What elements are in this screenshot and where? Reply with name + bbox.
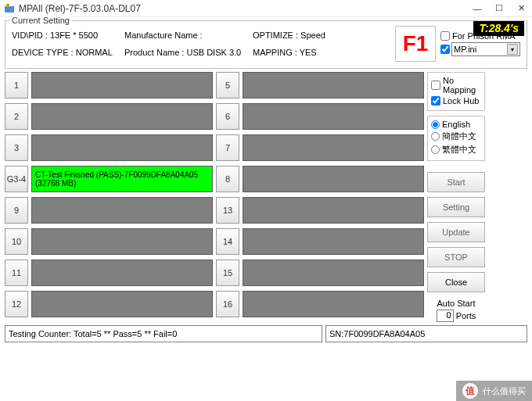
svg-rect-1 [6, 4, 9, 7]
no-mapping-checkbox[interactable]: No Mapping [431, 76, 481, 95]
slot-row: 15 [216, 260, 424, 286]
slot-button-13[interactable]: 13 [216, 197, 239, 224]
testing-counter-status: Testing Counter: Total=5 ** Pass=5 ** Fa… [5, 325, 322, 342]
slot-button-12[interactable]: 12 [5, 291, 28, 317]
slot-row: 9 [5, 197, 213, 224]
watermark: 值 什么值得买 [456, 381, 532, 401]
slot-row: 3 [5, 134, 213, 161]
update-button[interactable]: Update [427, 222, 485, 242]
slots-right-column: 567813141516 [216, 72, 424, 322]
slot-row: 11 [5, 260, 213, 286]
slot-button-G3-4[interactable]: G3-4 [5, 166, 28, 192]
slot-button-11[interactable]: 11 [5, 260, 28, 286]
current-setting-group: Current Setting VID\PID : 13FE * 5500 DE… [5, 20, 527, 69]
slot-status-1 [31, 72, 213, 98]
slot-row: 5 [216, 72, 424, 98]
slot-status-14 [243, 228, 424, 255]
slot-button-8[interactable]: 8 [216, 166, 239, 192]
slot-row: 14 [216, 228, 424, 255]
slot-status-5 [243, 72, 424, 98]
for-phison-checkbox[interactable]: For Phison RMA [440, 31, 520, 41]
slot-button-2[interactable]: 2 [5, 103, 28, 130]
slot-button-1[interactable]: 1 [5, 72, 28, 98]
watermark-icon: 值 [462, 383, 478, 399]
optimize-label: OPTIMIZE : Speed [253, 30, 331, 40]
slot-status-2 [31, 103, 213, 130]
stop-button[interactable]: STOP [427, 247, 485, 267]
slot-status-8 [243, 166, 424, 192]
slot-button-16[interactable]: 16 [216, 291, 239, 317]
slot-button-3[interactable]: 3 [5, 134, 28, 161]
app-icon [3, 2, 16, 15]
slot-status-12 [31, 291, 213, 317]
slot-button-9[interactable]: 9 [5, 197, 28, 224]
start-button[interactable]: Start [427, 172, 485, 192]
titlebar: MPAll (Rel)-7F-5.03.0A-DL07 — ☐ ✕ [0, 0, 532, 17]
f1-button[interactable]: F1 [395, 26, 436, 62]
lock-hub-checkbox[interactable]: Lock Hub [431, 96, 481, 106]
slot-status-6 [243, 103, 424, 130]
manufacture-name-label: Manufacture Name : [124, 30, 250, 40]
slot-status-11 [31, 260, 213, 286]
slots-left-column: 123G3-4CT-Test Finished (PASS)-7F0099DFA… [5, 72, 213, 322]
slot-button-5[interactable]: 5 [216, 72, 239, 98]
slot-status-9 [31, 197, 213, 224]
slot-status-10 [31, 228, 213, 255]
mapping-label: MAPPING : YES [253, 48, 331, 57]
close-app-button[interactable]: Close [427, 272, 485, 292]
slot-status-G3-4: CT-Test Finished (PASS)-7F0099DFA8A04A05… [31, 166, 213, 192]
slot-row: 1 [5, 72, 213, 98]
maximize-button[interactable]: ☐ [488, 0, 510, 17]
svg-rect-0 [5, 6, 14, 13]
mpini-checkbox[interactable] [440, 45, 450, 54]
slot-status-15 [243, 260, 424, 286]
slot-button-15[interactable]: 15 [216, 260, 239, 286]
ports-label: Ports [456, 311, 476, 320]
slot-row: 12 [5, 291, 213, 317]
slot-button-14[interactable]: 14 [216, 228, 239, 255]
chevron-down-icon[interactable]: ▾ [507, 44, 518, 55]
setting-button[interactable]: Setting [427, 197, 485, 217]
lang-tc-radio[interactable]: 繁體中文 [431, 144, 481, 156]
slot-button-7[interactable]: 7 [216, 134, 239, 161]
sn-status: SN:7F0099DFA8A04A05 [325, 325, 527, 342]
mpini-combo[interactable]: MP.ini ▾ [451, 42, 520, 56]
slot-status-3 [31, 134, 213, 161]
slot-button-10[interactable]: 10 [5, 228, 28, 255]
slot-status-7 [243, 134, 424, 161]
slot-row: 10 [5, 228, 213, 255]
auto-start-label: Auto Start [427, 299, 485, 308]
device-type-label: DEVICE TYPE : NORMAL [12, 48, 121, 57]
side-panel: No Mapping Lock Hub English 簡體中文 繁體中文 St… [427, 72, 485, 322]
product-name-label: Product Name : USB DISK 3.0 [124, 48, 250, 57]
slot-row: 13 [216, 197, 424, 224]
slot-row: 6 [216, 103, 424, 130]
ports-input[interactable]: 0 [437, 310, 454, 322]
slot-row: 8 [216, 166, 424, 192]
window-title: MPAll (Rel)-7F-5.03.0A-DL07 [19, 3, 466, 14]
slot-status-16 [243, 291, 424, 317]
current-setting-legend: Current Setting [10, 16, 71, 25]
slot-row: G3-4CT-Test Finished (PASS)-7F0099DFA8A0… [5, 166, 213, 192]
auto-start-group: Auto Start 0 Ports [427, 299, 485, 322]
slot-row: 7 [216, 134, 424, 161]
language-group: English 簡體中文 繁體中文 [427, 116, 485, 161]
vidpid-label: VID\PID : 13FE * 5500 [12, 30, 121, 40]
slot-button-6[interactable]: 6 [216, 103, 239, 130]
slot-row: 16 [216, 291, 424, 317]
lang-english-radio[interactable]: English [431, 120, 481, 129]
close-button[interactable]: ✕ [510, 0, 532, 17]
slot-row: 2 [5, 103, 213, 130]
lang-sc-radio[interactable]: 簡體中文 [431, 131, 481, 142]
slot-status-13 [243, 197, 424, 224]
options-group: No Mapping Lock Hub [427, 72, 485, 111]
minimize-button[interactable]: — [466, 0, 488, 17]
